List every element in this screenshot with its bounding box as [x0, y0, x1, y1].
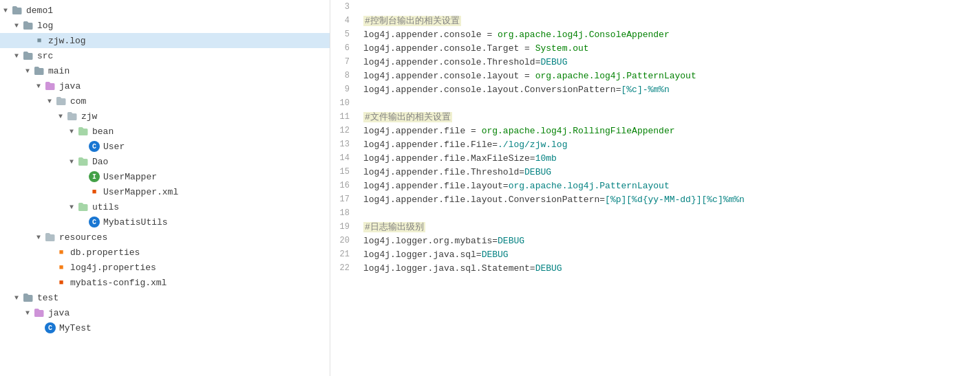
file-icon	[33, 65, 45, 77]
file-icon	[44, 231, 56, 243]
line-content: log4j.appender.console = org.apache.log4…	[358, 27, 980, 41]
tree-label: com	[70, 96, 86, 107]
file-icon	[55, 95, 67, 107]
file-tree[interactable]: ▼ demo1▼ log■zjw.log▼ src▼ main▼ java▼ c…	[0, 0, 330, 376]
code-line: 6log4j.appender.console.Target = System.…	[330, 41, 980, 55]
line-number: 16	[330, 179, 358, 192]
class-icon: C	[45, 322, 56, 333]
code-token: #日志输出级别	[363, 222, 425, 232]
code-line: 17log4j.appender.file.layout.ConversionP…	[330, 192, 980, 206]
code-line: 18	[330, 206, 980, 220]
line-content: log4j.logger.java.sql=DEBUG	[358, 247, 980, 261]
code-token: System.out	[535, 43, 589, 54]
tree-item-utils[interactable]: ▼ utils	[0, 199, 330, 214]
tree-label: bean	[92, 126, 114, 137]
code-line: 11#文件输出的相关设置	[330, 110, 980, 124]
code-line: 9log4j.appender.console.layout.Conversio…	[330, 82, 980, 96]
line-content: log4j.appender.console.layout.Conversion…	[358, 82, 980, 96]
line-content: #文件输出的相关设置	[358, 110, 980, 124]
tree-arrow: ▼	[66, 126, 77, 137]
code-line: 22log4j.logger.java.sql.Statement=DEBUG	[330, 261, 980, 275]
tree-item-src[interactable]: ▼ src	[0, 48, 330, 63]
tree-label: log	[37, 21, 53, 31]
line-number: 11	[330, 110, 358, 124]
tree-item-main[interactable]: ▼ main	[0, 63, 330, 78]
tree-item-zjw.log[interactable]: ■zjw.log	[0, 33, 330, 48]
tree-label: main	[48, 66, 70, 76]
code-token-eq: =	[492, 140, 498, 150]
tree-item-java2[interactable]: ▼ java	[0, 305, 330, 320]
code-line: 7log4j.appender.console.Threshold=DEBUG	[330, 55, 980, 69]
xml-icon: ■	[59, 278, 64, 287]
code-lines: 3 4#控制台输出的相关设置5log4j.appender.console = …	[330, 0, 980, 275]
tree-label: UserMapper.xml	[103, 187, 178, 197]
code-token-key: log4j.appender.file.MaxFileSize	[363, 153, 530, 164]
line-number: 5	[330, 27, 358, 41]
file-icon	[77, 201, 89, 213]
tree-item-log[interactable]: ▼ log	[0, 18, 330, 33]
code-token: log4j.appender.console.layout	[363, 71, 519, 81]
tree-arrow: ▼	[66, 156, 77, 167]
code-token: #控制台输出的相关设置	[363, 16, 461, 26]
tree-item-UserMapper.xml[interactable]: ■UserMapper.xml	[0, 184, 330, 199]
code-line: 3	[330, 0, 980, 14]
tree-label: test	[37, 293, 58, 303]
tree-item-demo1[interactable]: ▼ demo1	[0, 3, 330, 18]
tree-arrow: ▼	[22, 65, 33, 76]
tree-item-Dao[interactable]: ▼ Dao	[0, 154, 330, 169]
tree-item-com[interactable]: ▼ com	[0, 93, 330, 109]
line-number: 10	[330, 96, 358, 110]
code-token: org.apache.log4j.RollingFileAppender	[482, 126, 675, 136]
line-content: log4j.appender.file.Threshold=DEBUG	[358, 165, 980, 179]
code-token-val: DEBUG	[524, 167, 551, 177]
line-content: #日志输出级别	[358, 220, 980, 234]
line-content: #控制台输出的相关设置	[358, 14, 980, 27]
tree-arrow: ▼	[33, 80, 44, 91]
code-token: log4j.appender.console.Target	[363, 43, 519, 54]
tree-item-db.properties[interactable]: ■db.properties	[0, 245, 330, 260]
tree-item-bean[interactable]: ▼ bean	[0, 124, 330, 139]
code-token-key: log4j.appender.file.File	[363, 140, 492, 150]
file-icon: ■	[55, 276, 67, 289]
tree-item-log4j.properties[interactable]: ■log4j.properties	[0, 260, 330, 275]
file-icon: ■	[55, 246, 67, 258]
code-token: =	[465, 126, 481, 136]
file-icon: ■	[33, 34, 45, 47]
tree-arrow: ▼	[33, 232, 44, 243]
tree-item-MyTest[interactable]: CMyTest	[0, 320, 330, 335]
tree-label: User	[103, 142, 125, 152]
tree-item-java[interactable]: ▼ java	[0, 78, 330, 93]
tree-item-test[interactable]: ▼ test	[0, 290, 330, 305]
code-token-val: DEBUG	[535, 263, 562, 274]
line-content	[358, 0, 980, 14]
tree-item-UserMapper[interactable]: IUserMapper	[0, 169, 330, 184]
code-token-val: DEBUG	[498, 236, 524, 246]
tree-label: MybatisUtils	[103, 217, 168, 228]
code-line: 13log4j.appender.file.File=./log/zjw.log	[330, 137, 980, 151]
tree-item-User[interactable]: CUser	[0, 139, 330, 154]
line-content: log4j.appender.file.layout=org.apache.lo…	[358, 179, 980, 192]
tree-label: zjw	[81, 111, 97, 122]
tree-label: db.properties	[70, 247, 140, 258]
line-number: 13	[330, 137, 358, 151]
line-number: 8	[330, 69, 358, 82]
interface-icon: I	[89, 171, 100, 182]
code-token-val: DEBUG	[540, 57, 567, 67]
tree-item-zjw[interactable]: ▼ zjw	[0, 109, 330, 124]
line-number: 4	[330, 14, 358, 27]
tree-label: zjw.log	[48, 36, 86, 46]
line-number: 22	[330, 261, 358, 275]
tree-item-MybatisUtils[interactable]: CMybatisUtils	[0, 214, 330, 230]
code-line: 21log4j.logger.java.sql=DEBUG	[330, 247, 980, 261]
tree-item-mybatis-config.xml[interactable]: ■mybatis-config.xml	[0, 275, 330, 290]
code-token-key: log4j.appender.file.layout.ConversionPat…	[363, 195, 599, 205]
tree-item-resources[interactable]: ▼ resources	[0, 230, 330, 245]
tree-label: log4j.properties	[70, 263, 156, 273]
code-token-key: log4j.appender.file.layout	[363, 181, 503, 191]
tree-label: mybatis-config.xml	[70, 278, 167, 288]
tree-arrow: ▼	[66, 201, 77, 212]
file-icon	[33, 307, 45, 319]
line-content: log4j.appender.file.layout.ConversionPat…	[358, 192, 980, 206]
code-token-key: log4j.logger.java.sql	[363, 250, 476, 260]
log-icon: ■	[37, 36, 42, 45]
